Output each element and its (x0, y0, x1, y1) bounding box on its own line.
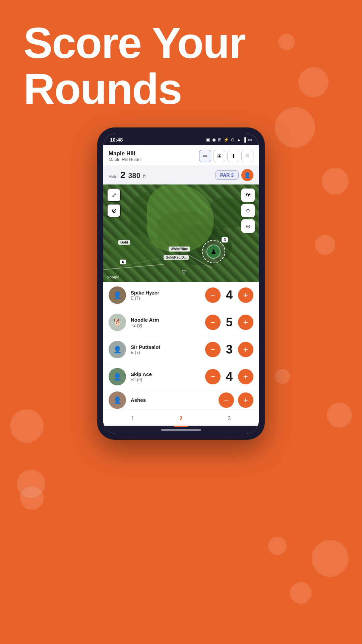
increment-button-skipace[interactable]: + (238, 369, 253, 384)
hero-title-line1: Score Your (23, 20, 339, 66)
player-score-display: +2 (9) (131, 323, 205, 328)
player-avatar-spike: 👤 (109, 286, 126, 304)
hole-info: Hole 2 380 ft (109, 170, 146, 180)
nav-tab-2[interactable]: 2 (174, 414, 188, 423)
phone-frame: 10:48 ▣ ◉ ⊞ ⚡ ⊙ ▲ ▐ ▭ Maple Hill Maple H… (97, 127, 265, 440)
messenger-icon: ⚡ (224, 137, 229, 142)
battery-icon: ▭ (248, 137, 252, 142)
location-icon: ⊙ (231, 137, 235, 142)
wifi-icon: ▲ (237, 137, 241, 142)
map-controls-right: 🗺 ⊙ ◎ (241, 189, 255, 233)
menu-button[interactable]: ≡ (241, 150, 253, 162)
par-badge: PAR 3 (215, 170, 239, 180)
status-icons: ▣ ◉ ⊞ ⚡ ⊙ ▲ ▐ ▭ (206, 137, 252, 142)
player-info-skipace: Skip Ace +2 (9) (131, 371, 205, 382)
player-name: Noodle Arm (131, 317, 205, 323)
score-controls-ashes: − + (219, 392, 253, 408)
home-bar (161, 429, 201, 431)
basket-icon: ♟ (210, 248, 217, 256)
increment-button-puttsalot[interactable]: + (238, 342, 253, 357)
player-score-display: +2 (9) (131, 377, 205, 382)
score-controls-spike: − 4 + (205, 287, 253, 303)
share-button[interactable]: ⬆ (227, 150, 239, 162)
signal-icon: ▐ (243, 137, 246, 142)
status-bar: 10:48 ▣ ◉ ⊞ ⚡ ⊙ ▲ ▐ ▭ (103, 133, 259, 145)
player-score-display: E (7) (131, 350, 205, 355)
target-button[interactable]: 👤 (241, 169, 253, 181)
avatar-image: 👤 (109, 286, 126, 304)
player-row-ashes: 👤 Ashes − + (103, 390, 259, 410)
player-score-display: E (7) (131, 296, 205, 301)
player-info-ashes: Ashes (131, 397, 219, 403)
course-info: Maple Hill Maple Hill Golds (109, 150, 140, 162)
hero-section: Score Your Rounds (23, 20, 339, 112)
google-watermark: Google (107, 275, 119, 279)
score-controls-puttsalot: − 3 + (205, 342, 253, 357)
edit-button[interactable]: ✏ (199, 150, 211, 162)
players-list: 👤 Spike Hyzer E (7) − 4 + 🐕 (103, 282, 259, 410)
hole-6-marker: 6 (120, 259, 126, 265)
satellite-map: ⤢ ⊘ 🗺 ⊙ ◎ White/Blue Gold/Red/D... Gold … (103, 184, 259, 282)
map-controls-left: ⤢ ⊘ (107, 189, 121, 217)
score-value-spike: 4 (225, 288, 234, 302)
app-header: Maple Hill Maple Hill Golds ✏ ⊞ ⬆ ≡ (103, 145, 259, 166)
player-info-spike: Spike Hyzer E (7) (131, 290, 205, 301)
hole-label: Hole (109, 174, 118, 179)
phone-screen: 10:48 ▣ ◉ ⊞ ⚡ ⊙ ▲ ▐ ▭ Maple Hill Maple H… (103, 133, 259, 434)
player-name: Sir Puttsalot (131, 344, 205, 350)
phone-mockup: 10:48 ▣ ◉ ⊞ ⚡ ⊙ ▲ ▐ ▭ Maple Hill Maple H… (97, 127, 265, 440)
hole-bar: Hole 2 380 ft PAR 3 👤 (103, 166, 259, 184)
gold-red-label: Gold/Red/D... (164, 255, 189, 260)
player-avatar-skipace: 👤 (109, 368, 126, 385)
direction-button[interactable]: ⊘ (107, 204, 121, 217)
grid-icon: ⊞ (218, 137, 222, 142)
increment-button-spike[interactable]: + (238, 287, 253, 303)
nav-tab-3[interactable]: 3 (223, 414, 236, 423)
circle-icon: ◉ (212, 137, 216, 142)
player-avatar-noodle: 🐕 (109, 314, 126, 331)
target-view-button[interactable]: ⊙ (241, 204, 255, 217)
player-info-puttsalot: Sir Puttsalot E (7) (131, 344, 205, 355)
hole-3-badge: 3 (222, 237, 228, 243)
decrement-button-spike[interactable]: − (205, 287, 221, 303)
hero-title-line2: Rounds (23, 66, 339, 112)
decrement-button-puttsalot[interactable]: − (205, 342, 221, 357)
map-area[interactable]: ⤢ ⊘ 🗺 ⊙ ◎ White/Blue Gold/Red/D... Gold … (103, 184, 259, 282)
score-value-skipace: 4 (225, 370, 234, 384)
avatar-image: 🐕 (109, 314, 126, 331)
decrement-button-noodle[interactable]: − (205, 315, 221, 330)
player-row: 👤 Skip Ace +2 (9) − 4 + (103, 363, 259, 390)
increment-button-noodle[interactable]: + (238, 315, 253, 330)
player-avatar-puttsalot: 👤 (109, 341, 126, 358)
scorecard-button[interactable]: ⊞ (213, 150, 225, 162)
score-value-noodle: 5 (225, 315, 234, 329)
avatar-image: 👤 (109, 341, 126, 358)
nav-tab-1[interactable]: 1 (126, 414, 140, 423)
hole-unit: ft (143, 174, 146, 179)
avatar-image: 👤 (109, 368, 126, 385)
player-name: Spike Hyzer (131, 290, 205, 296)
course-name: Maple Hill (109, 150, 140, 157)
player-row: 👤 Spike Hyzer E (7) − 4 + (103, 282, 259, 309)
gold-label: Gold (118, 240, 130, 245)
bottom-nav: 1 2 3 (103, 410, 259, 426)
hole-right: PAR 3 👤 (215, 169, 253, 181)
header-actions: ✏ ⊞ ⬆ ≡ (199, 150, 253, 162)
expand-button[interactable]: ⤢ (107, 189, 121, 202)
basket-target: ♟ 3 (202, 240, 225, 263)
target-view-button2[interactable]: ◎ (241, 219, 255, 233)
hole-distance: 380 (128, 171, 140, 180)
tee-marker: ▽ (182, 269, 186, 275)
player-info-noodle: Noodle Arm +2 (9) (131, 317, 205, 328)
score-controls-skipace: − 4 + (205, 369, 253, 384)
course-layout: Maple Hill Golds (109, 157, 140, 162)
increment-button-ashes[interactable]: + (238, 392, 253, 408)
decrement-button-skipace[interactable]: − (205, 369, 221, 384)
player-name: Skip Ace (131, 371, 205, 377)
layers-button[interactable]: 🗺 (241, 189, 255, 202)
score-value-puttsalot: 3 (225, 342, 234, 357)
decrement-button-ashes[interactable]: − (219, 392, 234, 408)
status-time: 10:48 (110, 137, 123, 143)
notification-icon: ▣ (206, 137, 210, 142)
player-row: 👤 Sir Puttsalot E (7) − 3 + (103, 336, 259, 363)
